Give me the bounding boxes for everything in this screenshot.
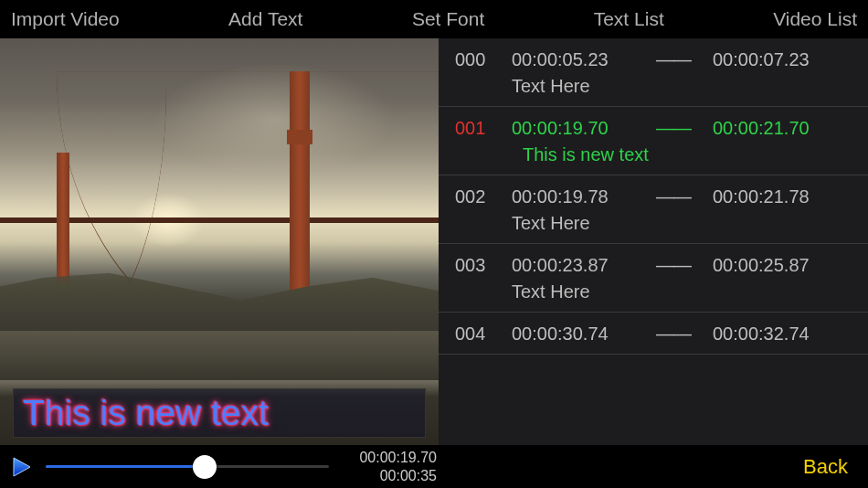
subtitle-overlay[interactable]: This is new text xyxy=(13,388,426,438)
current-time-label: 00:00:19.70 xyxy=(338,449,437,467)
row-timing: 00200:00:19.78——00:00:21.78 xyxy=(455,186,852,207)
text-list-row[interactable]: 00300:00:23.87——00:00:25.87Text Here xyxy=(439,244,868,313)
scrubber-fill xyxy=(46,465,205,468)
row-start-time: 00:00:19.70 xyxy=(512,118,640,139)
row-timing: 00000:00:05.23——00:00:07.23 xyxy=(455,49,852,70)
row-start-time: 00:00:05.23 xyxy=(512,49,640,70)
row-text: Text Here xyxy=(512,213,852,234)
add-text-button[interactable]: Add Text xyxy=(228,8,302,30)
row-start-time: 00:00:30.74 xyxy=(512,324,640,345)
row-text: Text Here xyxy=(512,281,852,302)
row-end-time: 00:00:32.74 xyxy=(713,324,852,345)
row-timing: 00400:00:30.74——00:00:32.74 xyxy=(455,324,852,345)
text-list-row[interactable]: 00000:00:05.23——00:00:07.23Text Here xyxy=(439,38,868,107)
row-dash: —— xyxy=(656,49,696,70)
scrubber-thumb[interactable] xyxy=(193,455,217,479)
row-dash: —— xyxy=(656,118,696,139)
row-end-time: 00:00:21.70 xyxy=(713,118,852,139)
video-list-button[interactable]: Video List xyxy=(773,8,857,30)
row-timing: 00100:00:19.70——00:00:21.70 xyxy=(455,118,852,139)
row-dash: —— xyxy=(656,186,696,207)
scrubber[interactable] xyxy=(46,453,329,481)
play-icon xyxy=(9,455,33,479)
row-index: 004 xyxy=(455,324,495,345)
top-toolbar: Import Video Add Text Set Font Text List… xyxy=(0,0,868,38)
row-index: 001 xyxy=(455,118,495,139)
text-list-button[interactable]: Text List xyxy=(594,8,664,30)
row-dash: —— xyxy=(656,324,696,345)
row-dash: —— xyxy=(656,255,696,276)
row-index: 002 xyxy=(455,186,495,207)
row-end-time: 00:00:21.78 xyxy=(713,186,852,207)
text-list-row[interactable]: 00400:00:30.74——00:00:32.74 xyxy=(439,313,868,355)
bottom-bar: 00:00:19.70 00:00:35 Back xyxy=(0,445,868,488)
text-list-row[interactable]: 00100:00:19.70——00:00:21.70This is new t… xyxy=(439,107,868,175)
set-font-button[interactable]: Set Font xyxy=(412,8,484,30)
row-text: Text Here xyxy=(512,76,852,97)
duration-label: 00:00:35 xyxy=(338,467,437,485)
row-text: This is new text xyxy=(523,144,852,165)
video-preview[interactable]: This is new text xyxy=(0,38,439,445)
row-start-time: 00:00:23.87 xyxy=(512,255,640,276)
row-timing: 00300:00:23.87——00:00:25.87 xyxy=(455,255,852,276)
play-button[interactable] xyxy=(5,451,37,483)
row-end-time: 00:00:07.23 xyxy=(713,49,852,70)
back-button[interactable]: Back xyxy=(803,455,848,479)
time-display: 00:00:19.70 00:00:35 xyxy=(338,449,437,485)
row-end-time: 00:00:25.87 xyxy=(713,255,852,276)
main-area: This is new text 00000:00:05.23——00:00:0… xyxy=(0,38,868,445)
import-video-button[interactable]: Import Video xyxy=(11,8,120,30)
text-list-panel: 00000:00:05.23——00:00:07.23Text Here0010… xyxy=(439,38,868,445)
row-start-time: 00:00:19.78 xyxy=(512,186,640,207)
text-list-row[interactable]: 00200:00:19.78——00:00:21.78Text Here xyxy=(439,175,868,244)
video-panel: This is new text xyxy=(0,38,439,445)
row-index: 000 xyxy=(455,49,495,70)
row-index: 003 xyxy=(455,255,495,276)
